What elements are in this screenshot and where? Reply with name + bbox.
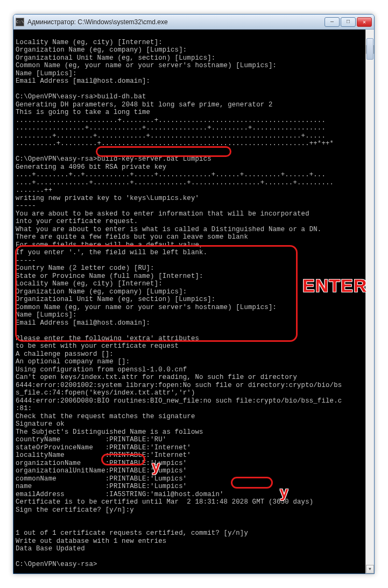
scroll-thumb[interactable] xyxy=(366,38,373,60)
scroll-down-button[interactable]: ▼ xyxy=(366,565,374,573)
cmd-icon: C:\ xyxy=(16,18,24,26)
window-controls: — □ ✕ xyxy=(324,17,372,27)
console-area[interactable]: Locality Name (eg, city) [Internet]: Org… xyxy=(13,30,374,573)
console-output: Locality Name (eg, city) [Internet]: Org… xyxy=(16,39,372,569)
cmd-window: C:\ Администратор: C:\Windows\system32\c… xyxy=(13,14,375,574)
window-title: Администратор: C:\Windows\system32\cmd.e… xyxy=(27,18,324,26)
titlebar[interactable]: C:\ Администратор: C:\Windows\system32\c… xyxy=(13,15,374,30)
vertical-scrollbar[interactable]: ▲ ▼ xyxy=(365,30,374,573)
close-button[interactable]: ✕ xyxy=(357,17,372,27)
maximize-button[interactable]: □ xyxy=(341,17,356,27)
minimize-button[interactable]: — xyxy=(324,17,340,27)
